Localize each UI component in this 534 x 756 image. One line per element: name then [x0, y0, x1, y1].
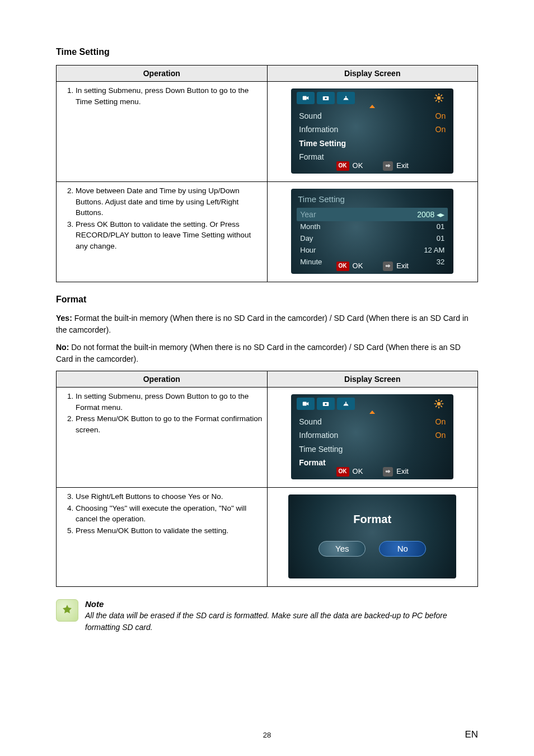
note-block: Note All the data will be erased if the …: [56, 599, 478, 633]
step-text: 4. Choosing "Yes" will execute the opera…: [60, 503, 264, 525]
svg-point-16: [345, 402, 346, 403]
time-setting-table: Operation Display Screen 1. In setting S…: [56, 65, 478, 282]
field-value: 12 AM: [424, 245, 444, 256]
note-text: All the data will be erased if the SD ca…: [85, 610, 466, 633]
svg-line-25: [441, 400, 443, 402]
svg-point-4: [437, 96, 441, 100]
svg-line-24: [435, 405, 437, 407]
tab-settings-icon: [430, 398, 448, 410]
table-row: 1. In setting Submenu, press Down Button…: [57, 388, 478, 488]
page-number: 28: [0, 731, 534, 739]
no-label: No:: [56, 343, 69, 352]
field-value: 2008: [417, 210, 434, 219]
menu-item-value: On: [435, 124, 446, 135]
step-text: 2. Move between Date and Time by using U…: [60, 185, 264, 218]
step-text: 1. In setting Submenu, press Down Button…: [60, 85, 264, 107]
col-header-operation: Operation: [57, 66, 268, 82]
tab-effect-icon: [337, 398, 355, 410]
menu-item-label: Information: [299, 124, 338, 135]
svg-rect-13: [303, 402, 307, 406]
language-indicator: EN: [465, 729, 478, 740]
col-header-display-screen: Display Screen: [267, 371, 478, 388]
format-yes-button: Yes: [318, 541, 366, 557]
tab-camera-icon: [317, 92, 335, 104]
svg-rect-0: [303, 96, 307, 100]
tab-settings-icon: [430, 92, 448, 104]
operation-steps: 1. In setting Submenu, press Down Button…: [60, 391, 264, 435]
field-label: Month: [300, 222, 320, 232]
exit-label: Exit: [396, 161, 409, 171]
yes-text: Format the built-in memory (When there i…: [56, 314, 469, 334]
ok-label: OK: [353, 466, 363, 477]
tab-effect-icon: [337, 92, 355, 104]
table-row: 2. Move between Date and Time by using U…: [57, 182, 478, 282]
tab-camera-icon: [317, 398, 335, 410]
ok-label: OK: [353, 261, 363, 272]
svg-line-23: [441, 405, 443, 407]
page: Time Setting Operation Display Screen 1.…: [0, 0, 534, 756]
step-text: 1. In setting Submenu, press Down Button…: [60, 391, 264, 413]
svg-line-9: [435, 95, 437, 96]
svg-point-17: [437, 402, 441, 406]
tab-video-icon: [297, 398, 315, 410]
ok-label: OK: [353, 161, 363, 171]
note-heading: Note: [85, 599, 466, 609]
note-icon: [56, 599, 78, 622]
format-no-paragraph: No: Do not format the built-in memory (W…: [56, 342, 478, 365]
format-yes-paragraph: Yes: Format the built-in memory (When th…: [56, 312, 478, 336]
operation-steps: 1. In setting Submenu, press Down Button…: [60, 85, 264, 107]
svg-point-2: [325, 97, 327, 100]
format-table: Operation Display Screen 1. In setting S…: [56, 371, 478, 587]
col-header-display-screen: Display Screen: [267, 66, 478, 82]
display-screen-format-confirm: Format Yes No: [288, 494, 456, 578]
display-screen-time-setting: Time Setting Year2008 ◂▸ Month01 Day01 H…: [291, 189, 453, 274]
menu-item-value: On: [435, 430, 446, 441]
field-value: 01: [437, 234, 444, 244]
svg-line-10: [441, 100, 443, 101]
svg-line-11: [435, 100, 437, 101]
step-text: 2. Press Menu/OK Button to go to the For…: [60, 413, 264, 435]
menu-item-label: Information: [299, 430, 338, 441]
section-title-time-setting: Time Setting: [56, 47, 478, 57]
yes-label: Yes:: [56, 314, 72, 323]
format-dialog-title: Format: [288, 511, 456, 528]
menu-item-value: On: [435, 416, 446, 427]
table-row: 3. Use Right/Left Buttons to choose Yes …: [57, 488, 478, 587]
menu-item-value: On: [435, 110, 446, 122]
field-label: Year: [300, 209, 316, 220]
step-text: 5. Press Menu/OK Button to validate the …: [60, 525, 264, 536]
step-text: 3. Use Right/Left Buttons to choose Yes …: [60, 491, 264, 502]
exit-label: Exit: [396, 466, 409, 477]
svg-line-22: [435, 400, 437, 402]
col-header-operation: Operation: [57, 371, 268, 388]
menu-item-label: Time Setting: [299, 138, 346, 149]
no-text: Do not format the built-in memory (When …: [56, 343, 461, 363]
menu-item-label: Sound: [299, 416, 321, 427]
format-no-button: No: [379, 541, 426, 557]
svg-point-15: [325, 403, 327, 405]
step-text: 3. Press OK Button to validate the setti…: [60, 219, 264, 252]
svg-point-3: [345, 96, 346, 97]
svg-line-12: [441, 95, 443, 96]
screen-title: Time Setting: [298, 193, 447, 206]
display-screen-settings-menu: SoundOn InformationOn Time Setting Forma…: [291, 88, 453, 174]
section-title-format: Format: [56, 295, 478, 305]
tab-video-icon: [297, 92, 315, 104]
display-screen-settings-menu-format: SoundOn InformationOn Time Setting Forma…: [291, 394, 453, 479]
operation-steps: 3. Use Right/Left Buttons to choose Yes …: [60, 491, 264, 536]
table-row: 1. In setting Submenu, press Down Button…: [57, 82, 478, 182]
operation-steps: 2. Move between Date and Time by using U…: [60, 185, 264, 251]
field-label: Day: [300, 234, 313, 244]
field-value: 01: [437, 222, 444, 232]
field-label: Hour: [300, 245, 316, 256]
exit-label: Exit: [396, 261, 409, 272]
menu-item-label: Sound: [299, 110, 321, 122]
menu-item-label: Time Setting: [299, 444, 343, 455]
